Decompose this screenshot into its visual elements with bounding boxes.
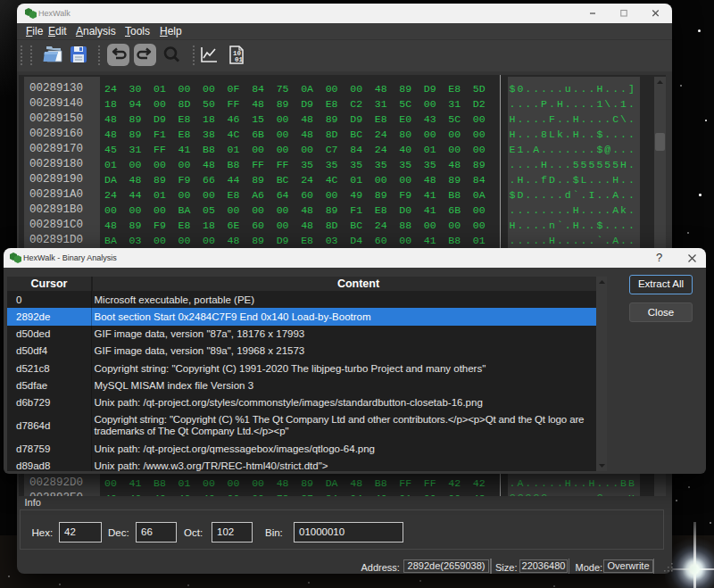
svg-text:01: 01: [235, 56, 244, 63]
